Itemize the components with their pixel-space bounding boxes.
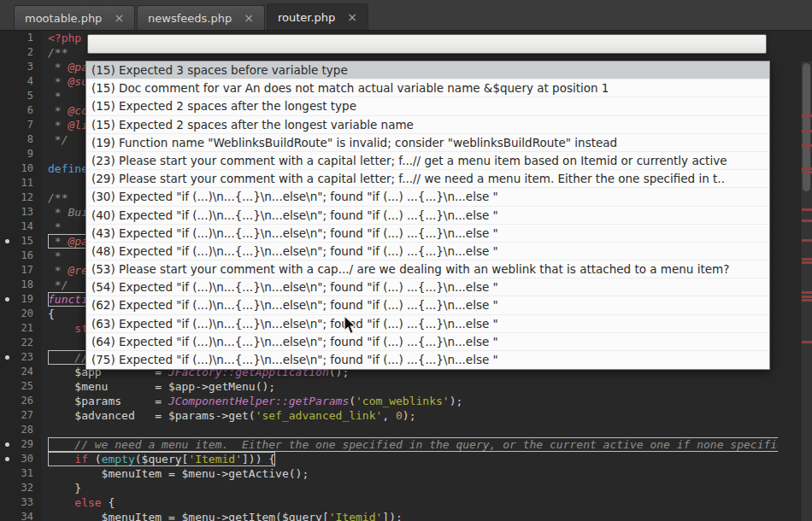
lint-item[interactable]: (15) Expected 2 spaces after the longest…: [86, 116, 769, 134]
code-line[interactable]: 26 $params = JComponentHelper::getParams…: [0, 394, 778, 408]
line-number-cell[interactable]: 28: [0, 423, 41, 437]
lint-item[interactable]: (53) Please start your comment with a ca…: [86, 260, 769, 278]
code-line[interactable]: 29 // we need a menu item. Either the on…: [0, 437, 778, 452]
lint-scroll-mark: [802, 296, 812, 298]
line-number-cell[interactable]: 32: [0, 481, 41, 495]
lint-item[interactable]: (15) Expected 3 spaces before variable t…: [86, 61, 769, 79]
lint-item[interactable]: (62) Expected "if (...)\n...{...}\n...el…: [86, 296, 769, 314]
line-number: 15: [21, 235, 33, 247]
line-number-cell[interactable]: 9: [0, 147, 41, 161]
line-number: 4: [27, 75, 33, 87]
line-number: 26: [21, 395, 33, 407]
line-number-cell[interactable]: 31: [0, 466, 41, 481]
lint-item[interactable]: (43) Expected "if (...)\n...{...}\n...el…: [86, 225, 769, 243]
line-number-cell[interactable]: 17: [0, 263, 41, 278]
code-line[interactable]: 25 $menu = $app->getMenu();: [0, 379, 778, 394]
code-text: }: [48, 481, 81, 495]
line-number-cell[interactable]: 18: [0, 278, 41, 292]
tab-label: router.php: [278, 11, 335, 24]
line-number-cell[interactable]: 24: [0, 365, 41, 379]
line-number-cell[interactable]: 4: [0, 74, 41, 89]
line-number: 5: [27, 90, 33, 102]
line-number: 11: [21, 177, 33, 189]
line-number-cell[interactable]: 20: [0, 307, 41, 321]
lint-item[interactable]: (48) Expected "if (...)\n...{...}\n...el…: [86, 243, 769, 260]
code-text: $menuItem = $menu->getItem($query['Itemi…: [48, 510, 403, 521]
line-number-cell[interactable]: 16: [0, 249, 41, 263]
tab-bar: mootable.php×newsfeeds.php×router.php×: [0, 0, 812, 31]
line-number-cell[interactable]: 30: [0, 452, 41, 466]
tab-router-php[interactable]: router.php×: [267, 3, 368, 30]
line-number-cell[interactable]: 15: [0, 234, 41, 249]
line-number: 28: [21, 424, 33, 436]
line-number-cell[interactable]: 6: [0, 103, 41, 118]
code-line[interactable]: 27 $advanced = $params->get('sef_advance…: [0, 408, 778, 423]
lint-item[interactable]: (29) Please start your comment with a ca…: [86, 170, 769, 188]
lint-scroll-mark: [802, 144, 812, 147]
line-number-cell[interactable]: 26: [0, 394, 41, 408]
line-number-cell[interactable]: 8: [0, 132, 41, 147]
line-number: 20: [21, 307, 33, 319]
line-number-cell[interactable]: 21: [0, 321, 41, 336]
line-number-cell[interactable]: 3: [0, 60, 41, 74]
code-text: {: [48, 307, 55, 321]
code-line[interactable]: 31 $menuItem = $menu->getActive();: [0, 466, 778, 481]
line-number-cell[interactable]: 27: [0, 408, 41, 423]
line-number-cell[interactable]: 5: [0, 89, 41, 103]
code-text: // we need a menu item. Either the one s…: [48, 437, 778, 452]
lint-item[interactable]: (15) Doc comment for var An does not mat…: [86, 79, 769, 97]
code-line[interactable]: 34 $menuItem = $menu->getItem($query['It…: [0, 510, 778, 521]
lint-popup-list: (15) Expected 3 spaces before variable t…: [85, 61, 770, 370]
lint-item[interactable]: (23) Please start your comment with a ca…: [86, 152, 769, 170]
line-number-cell[interactable]: 23: [0, 350, 41, 365]
line-number-cell[interactable]: 19: [0, 292, 41, 307]
line-number-cell[interactable]: 7: [0, 118, 41, 132]
code-line[interactable]: 28: [0, 423, 778, 437]
line-number: 9: [27, 148, 33, 160]
bookmark-dot-icon: [5, 355, 9, 360]
line-number: 16: [21, 249, 33, 261]
line-number: 8: [27, 133, 33, 145]
line-number-cell[interactable]: 10: [0, 161, 41, 176]
tab-newsfeeds-php[interactable]: newsfeeds.php×: [137, 5, 265, 30]
tab-mootable-php[interactable]: mootable.php×: [14, 5, 135, 30]
code-text: $params = JComponentHelper::getParams('c…: [48, 394, 462, 408]
line-number-cell[interactable]: 2: [0, 45, 41, 60]
code-line[interactable]: 30 if (empty($query['Itemid'])) {: [0, 452, 778, 466]
lint-item[interactable]: (30) Expected "if (...)\n...{...}\n...el…: [86, 188, 769, 206]
line-number-cell[interactable]: 14: [0, 220, 41, 234]
line-number-cell[interactable]: 12: [0, 190, 41, 205]
lint-item[interactable]: (19) Function name "WeblinksBuildRoute" …: [86, 134, 769, 152]
lint-scroll-mark: [802, 171, 812, 173]
line-number: 24: [21, 366, 33, 378]
vertical-scrollbar[interactable]: [800, 61, 812, 521]
lint-item[interactable]: (64) Expected "if (...)\n...{...}\n...el…: [86, 333, 769, 351]
line-number: 2: [27, 46, 33, 58]
line-number-cell[interactable]: 22: [0, 336, 41, 350]
lint-item[interactable]: (40) Expected "if (...)\n...{...}\n...el…: [86, 207, 769, 225]
lint-item[interactable]: (15) Expected 2 spaces after the longest…: [86, 97, 769, 115]
lint-item[interactable]: (54) Expected "if (...)\n...{...}\n...el…: [86, 278, 769, 296]
code-text: else {: [48, 495, 115, 510]
line-number-cell[interactable]: 13: [0, 205, 41, 220]
bookmark-dot-icon: [5, 297, 9, 301]
tab-close-icon[interactable]: ×: [244, 12, 254, 24]
code-line[interactable]: 32 }: [0, 481, 778, 495]
line-number: 3: [27, 61, 33, 73]
lint-item[interactable]: (75) Expected "if (...)\n...{...}\n...el…: [86, 351, 769, 369]
line-number: 21: [21, 322, 33, 334]
code-line[interactable]: 33 else {: [0, 495, 778, 510]
line-number-cell[interactable]: 11: [0, 176, 41, 190]
lint-item[interactable]: (63) Expected "if (...)\n...{...}\n...el…: [86, 315, 769, 333]
line-number-cell[interactable]: 33: [0, 495, 41, 510]
line-number-cell[interactable]: 25: [0, 379, 41, 394]
line-number-cell[interactable]: 34: [0, 510, 41, 521]
popup-filter-input[interactable]: [87, 34, 767, 54]
code-text: $menu = $app->getMenu();: [48, 379, 275, 394]
line-number-cell[interactable]: 1: [0, 31, 41, 45]
line-number-cell[interactable]: 29: [0, 437, 41, 452]
line-number: 7: [27, 119, 33, 131]
code-text: <?php: [48, 31, 81, 45]
tab-close-icon[interactable]: ×: [347, 11, 357, 23]
tab-close-icon[interactable]: ×: [114, 12, 124, 24]
